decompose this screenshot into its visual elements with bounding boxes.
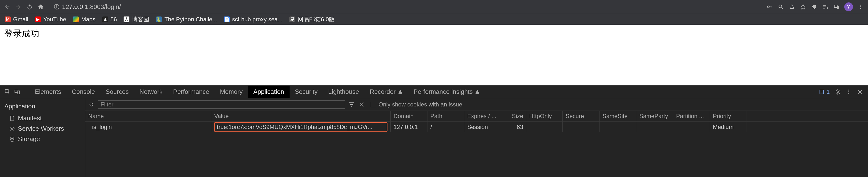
th-value[interactable]: Value <box>211 111 391 121</box>
refresh-icon[interactable] <box>88 101 94 108</box>
tab-recorder[interactable]: Recorder <box>365 86 408 98</box>
td-name: is_login <box>85 122 211 132</box>
bookmarks-bar: MGmail ▶YouTube Maps ♟56 人博客园 🐍The Pytho… <box>0 13 868 25</box>
forward-button[interactable] <box>15 3 22 10</box>
back-button[interactable] <box>4 3 11 10</box>
bookmark-gmail[interactable]: MGmail <box>5 16 28 23</box>
bookmark-label: Gmail <box>13 16 28 23</box>
table-header-row: Name Value Domain Path Expires / ... Siz… <box>85 111 868 122</box>
th-name[interactable]: Name <box>85 111 211 121</box>
page-content: 登录成功 <box>0 25 868 85</box>
bookmark-label: 网易邮箱6.0版 <box>298 16 335 23</box>
share-icon[interactable] <box>788 3 795 10</box>
th-samesite[interactable]: SameSite <box>599 111 636 121</box>
th-partition[interactable]: Partition ... <box>673 111 710 121</box>
td-domain: 127.0.0.1 <box>391 122 428 132</box>
bookmark-bokeyuan[interactable]: 人博客园 <box>124 16 149 23</box>
settings-icon[interactable] <box>835 89 841 95</box>
extensions-icon[interactable] <box>811 3 817 10</box>
home-button[interactable] <box>37 3 44 10</box>
menu-icon[interactable] <box>857 3 864 10</box>
cookies-table: Name Value Domain Path Expires / ... Siz… <box>85 111 868 177</box>
tab-lighthouse[interactable]: Lighthouse <box>323 86 364 98</box>
python-icon: 🐍 <box>156 17 162 22</box>
key-icon[interactable] <box>766 3 773 10</box>
more-icon[interactable] <box>846 89 852 95</box>
cookies-filter-bar: Only show cookies with an issue <box>85 98 868 111</box>
devtools-body: Application Manifest Service Workers Sto… <box>0 98 868 177</box>
tab-application[interactable]: Application <box>248 86 289 98</box>
filter-icon[interactable] <box>348 101 355 108</box>
close-icon[interactable] <box>857 89 863 95</box>
svg-point-9 <box>860 8 861 9</box>
flask-icon <box>475 89 480 94</box>
th-secure[interactable]: Secure <box>563 111 599 121</box>
td-secure <box>563 122 599 132</box>
bookmark-scihub[interactable]: 📄sci-hub proxy sea... <box>224 16 283 23</box>
td-path: / <box>428 122 464 132</box>
youtube-icon: ▶ <box>35 17 41 22</box>
th-path[interactable]: Path <box>428 111 464 121</box>
inspect-icon[interactable] <box>4 89 11 95</box>
bookmark-youtube[interactable]: ▶YouTube <box>35 16 66 23</box>
bookmark-python[interactable]: 🐍The Python Challe... <box>156 16 217 23</box>
svg-point-18 <box>11 128 13 129</box>
td-httponly <box>526 122 563 132</box>
svg-point-3 <box>768 6 769 8</box>
td-samesite <box>599 122 636 132</box>
star-icon[interactable] <box>800 3 806 10</box>
issues-icon <box>819 89 825 95</box>
sidebar-item-label: Manifest <box>18 114 42 122</box>
tab-perf-insights[interactable]: Performance insights <box>408 86 485 98</box>
sidebar-item-storage[interactable]: Storage <box>0 134 85 144</box>
bookmark-maps[interactable]: Maps <box>73 16 95 23</box>
sidebar-item-manifest[interactable]: Manifest <box>0 113 85 123</box>
bookmark-netease[interactable]: 易网易邮箱6.0版 <box>289 16 335 23</box>
address-bar[interactable]: 127.0.0.1:8003/login/ <box>51 2 762 11</box>
sidebar-heading: Application <box>0 100 85 113</box>
device-toggle-icon[interactable] <box>14 89 20 95</box>
sidebar-item-service-workers[interactable]: Service Workers <box>0 123 85 134</box>
issues-badge[interactable]: 1 <box>819 88 830 95</box>
th-sameparty[interactable]: SameParty <box>636 111 673 121</box>
svg-point-8 <box>860 6 861 7</box>
checkbox-label-text: Only show cookies with an issue <box>378 101 462 108</box>
bookmark-56[interactable]: ♟56 <box>102 16 117 23</box>
tab-console[interactable]: Console <box>66 86 100 98</box>
bookmark-label: Maps <box>81 16 95 23</box>
application-sidebar: Application Manifest Service Workers Sto… <box>0 98 85 177</box>
devices-icon[interactable] <box>833 3 840 10</box>
svg-rect-1 <box>57 6 57 8</box>
svg-rect-5 <box>834 5 838 7</box>
td-size: 63 <box>500 122 526 132</box>
profile-avatar[interactable]: Y <box>844 2 853 11</box>
td-priority: Medium <box>710 122 747 132</box>
svg-point-14 <box>837 91 839 93</box>
zoom-icon[interactable] <box>777 3 784 10</box>
tab-performance[interactable]: Performance <box>168 86 215 98</box>
th-size[interactable]: Size <box>500 111 526 121</box>
table-row[interactable]: is_login true:1orc7x:omVoS9MUQxMXHi1Rpha… <box>85 122 868 132</box>
th-priority[interactable]: Priority <box>710 111 747 121</box>
th-expires[interactable]: Expires / ... <box>464 111 500 121</box>
tab-memory[interactable]: Memory <box>214 86 248 98</box>
cookie-value-highlight: true:1orc7x:omVoS9MUQxMXHi1Rphatzmp858Dc… <box>214 122 388 132</box>
clear-icon[interactable] <box>359 101 365 108</box>
checkbox-icon <box>371 102 376 107</box>
bookmark-label: The Python Challe... <box>164 16 217 23</box>
playlist-icon[interactable] <box>822 3 829 10</box>
filter-input[interactable] <box>98 100 345 109</box>
th-domain[interactable]: Domain <box>391 111 428 121</box>
tab-sources[interactable]: Sources <box>100 86 134 98</box>
tab-elements[interactable]: Elements <box>30 86 66 98</box>
reload-button[interactable] <box>26 3 33 10</box>
only-issues-checkbox[interactable]: Only show cookies with an issue <box>371 101 462 108</box>
scihub-icon: 📄 <box>224 17 230 22</box>
bookmark-label: 56 <box>111 16 117 23</box>
info-icon <box>54 4 60 10</box>
gear-icon <box>9 126 15 132</box>
devtools-tabbar: Elements Console Sources Network Perform… <box>0 86 868 98</box>
tab-security[interactable]: Security <box>289 86 323 98</box>
tab-network[interactable]: Network <box>134 86 168 98</box>
th-httponly[interactable]: HttpOnly <box>526 111 563 121</box>
